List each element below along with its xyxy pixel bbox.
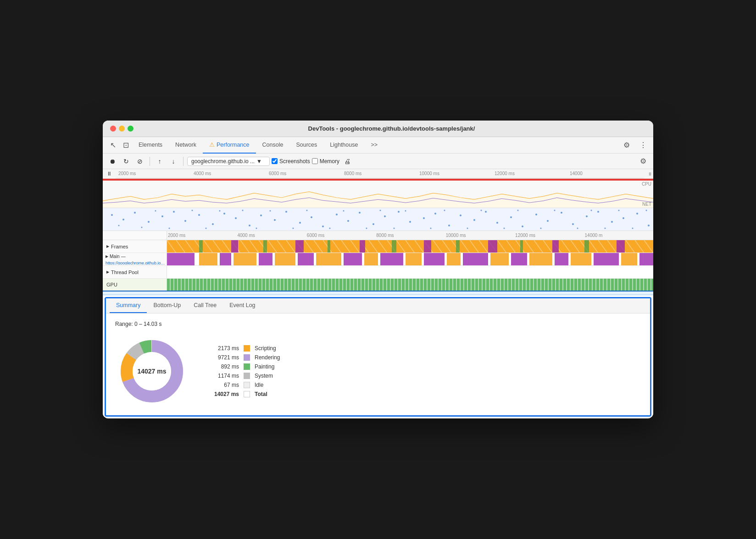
frames-label: ▶ Frames bbox=[103, 240, 167, 253]
scripting-ms: 2173 ms bbox=[207, 345, 239, 352]
upload-button[interactable]: ↑ bbox=[154, 155, 166, 167]
timeline-scrollbar[interactable] bbox=[103, 292, 653, 295]
bottom-tabs: Summary Bottom-Up Call Tree Event Log bbox=[106, 298, 650, 314]
painting-swatch bbox=[244, 363, 250, 370]
frames-track[interactable]: ▶ Frames bbox=[103, 240, 653, 253]
tab-sources[interactable]: Sources bbox=[289, 137, 323, 154]
svg-rect-108 bbox=[463, 253, 488, 265]
responsive-icon[interactable]: ⊡ bbox=[119, 139, 132, 152]
svg-rect-93 bbox=[584, 240, 589, 253]
minimize-button[interactable] bbox=[119, 126, 125, 132]
svg-point-38 bbox=[572, 223, 574, 225]
tab-performance[interactable]: ⚠ Performance bbox=[203, 137, 256, 154]
svg-rect-87 bbox=[199, 240, 203, 253]
legend: 2173 ms Scripting 9721 ms Rendering 892 … bbox=[207, 345, 280, 397]
scripting-swatch bbox=[244, 345, 250, 352]
thread-pool-track[interactable]: ▶ Thread Pool bbox=[103, 266, 653, 279]
svg-point-61 bbox=[394, 228, 395, 229]
svg-point-8 bbox=[198, 214, 200, 216]
devtools-window: DevTools - googlechrome.github.io/devtoo… bbox=[103, 121, 653, 418]
timeline-ruler-bottom: 2000 ms 4000 ms 6000 ms 8000 ms 10000 ms… bbox=[103, 231, 653, 240]
svg-point-26 bbox=[423, 217, 425, 219]
thread-pool-label: ▶ Thread Pool bbox=[103, 266, 167, 278]
url-bar[interactable]: googlechrome.github.io ... ▼ bbox=[187, 157, 270, 166]
title-bar: DevTools - googlechrome.github.io/devtoo… bbox=[103, 121, 653, 137]
svg-point-44 bbox=[648, 225, 650, 226]
total-swatch bbox=[244, 391, 250, 397]
cursor-icon[interactable]: ↖ bbox=[106, 139, 119, 152]
download-button[interactable]: ↓ bbox=[167, 155, 179, 167]
scripting-name: Scripting bbox=[255, 345, 276, 352]
gpu-track[interactable]: GPU bbox=[103, 279, 653, 292]
window-title: DevTools - googlechrome.github.io/devtoo… bbox=[137, 125, 646, 132]
ruler-mark-3: 8000 ms bbox=[343, 171, 418, 176]
svg-point-59 bbox=[366, 228, 367, 229]
svg-point-2 bbox=[122, 219, 124, 220]
svg-rect-89 bbox=[328, 240, 330, 253]
settings-icon[interactable]: ⚙ bbox=[620, 139, 633, 152]
clear-button[interactable]: ⊘ bbox=[134, 155, 146, 167]
ruler-mark-0: 2000 ms bbox=[117, 171, 193, 176]
frames-chevron: ▶ bbox=[106, 244, 109, 248]
ruler-mark-2: 6000 ms bbox=[268, 171, 343, 176]
close-button[interactable] bbox=[110, 126, 116, 132]
ruler2-mark-4: 10000 ms bbox=[445, 233, 514, 238]
maximize-button[interactable] bbox=[128, 126, 133, 132]
svg-point-62 bbox=[405, 210, 406, 212]
screenshots-checkbox-label[interactable]: Screenshots bbox=[272, 158, 310, 165]
svg-point-12 bbox=[249, 225, 250, 226]
system-name: System bbox=[255, 373, 273, 379]
ruler2-mark-3: 8000 ms bbox=[375, 233, 445, 238]
svg-point-50 bbox=[206, 228, 207, 229]
svg-rect-84 bbox=[488, 240, 497, 253]
svg-rect-111 bbox=[529, 253, 552, 265]
svg-point-35 bbox=[535, 214, 537, 215]
tab-elements[interactable]: Elements bbox=[132, 137, 169, 154]
svg-rect-96 bbox=[220, 253, 231, 265]
memory-checkbox[interactable] bbox=[312, 158, 318, 164]
svg-point-32 bbox=[496, 222, 498, 224]
tab-bottom-up[interactable]: Bottom-Up bbox=[147, 298, 187, 313]
total-ms: 14027 ms bbox=[207, 391, 239, 397]
scroll-end-marker: ⏸ bbox=[644, 171, 653, 176]
main-track[interactable]: ▶ Main — https://googlechrome.github.io/… bbox=[103, 253, 653, 266]
ruler-mark-4: 10000 ms bbox=[418, 171, 494, 176]
svg-point-47 bbox=[155, 210, 156, 212]
pause-button[interactable]: ⏸ bbox=[103, 170, 116, 177]
memory-checkbox-label[interactable]: Memory bbox=[312, 158, 339, 165]
tab-call-tree[interactable]: Call Tree bbox=[187, 298, 223, 313]
screenshots-checkbox[interactable] bbox=[272, 158, 278, 164]
gpu-svg bbox=[167, 279, 653, 291]
cpu-svg bbox=[103, 181, 653, 208]
svg-rect-110 bbox=[511, 253, 527, 265]
tab-lighthouse[interactable]: Lighthouse bbox=[323, 137, 364, 154]
svg-point-27 bbox=[434, 213, 436, 214]
tab-network[interactable]: Network bbox=[169, 137, 203, 154]
performance-toolbar: ⏺ ↻ ⊘ ↑ ↓ googlechrome.github.io ... ▼ S… bbox=[103, 154, 653, 169]
svg-rect-106 bbox=[424, 253, 445, 265]
svg-point-15 bbox=[285, 211, 287, 213]
tab-event-log[interactable]: Event Log bbox=[223, 298, 261, 313]
record-button[interactable]: ⏺ bbox=[106, 155, 118, 167]
svg-rect-98 bbox=[259, 253, 272, 265]
tab-console[interactable]: Console bbox=[256, 137, 290, 154]
performance-settings-icon[interactable]: ⚙ bbox=[637, 155, 650, 168]
reload-record-button[interactable]: ↻ bbox=[120, 155, 132, 167]
legend-total: 14027 ms Total bbox=[207, 391, 280, 397]
svg-rect-85 bbox=[552, 240, 559, 253]
more-icon[interactable]: ⋮ bbox=[637, 139, 650, 152]
cpu-chart[interactable]: CPU NET bbox=[103, 181, 653, 208]
divider bbox=[150, 157, 150, 166]
tab-summary[interactable]: Summary bbox=[110, 298, 147, 313]
svg-point-72 bbox=[591, 210, 592, 211]
svg-point-16 bbox=[299, 222, 301, 224]
svg-rect-116 bbox=[639, 253, 653, 265]
net-chart[interactable] bbox=[103, 208, 653, 231]
ruler-mark-6: 14000 bbox=[569, 171, 644, 176]
ruler2-mark-2: 6000 ms bbox=[306, 233, 375, 238]
capture-settings-icon[interactable]: 🖨 bbox=[341, 155, 353, 167]
tab-more[interactable]: >> bbox=[364, 137, 384, 154]
svg-rect-103 bbox=[364, 253, 378, 265]
svg-point-45 bbox=[118, 225, 120, 226]
donut-chart: 14027 ms bbox=[115, 335, 189, 408]
